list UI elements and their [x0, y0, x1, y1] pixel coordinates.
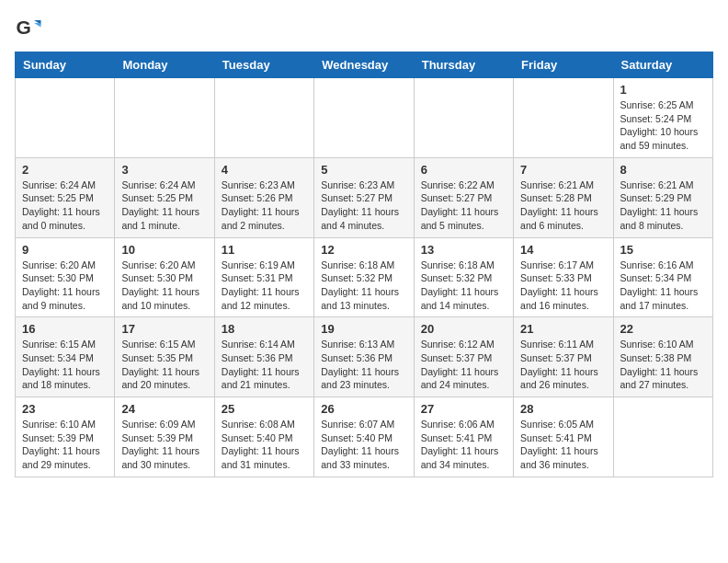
calendar-cell: 8Sunrise: 6:21 AM Sunset: 5:29 PM Daylig…: [613, 157, 712, 237]
day-info: Sunrise: 6:17 AM Sunset: 5:33 PM Dayligh…: [520, 259, 606, 313]
day-number: 11: [222, 243, 307, 257]
day-info: Sunrise: 6:24 AM Sunset: 5:25 PM Dayligh…: [22, 178, 108, 233]
calendar-cell: [514, 78, 613, 158]
day-info: Sunrise: 6:08 AM Sunset: 5:40 PM Dayligh…: [222, 418, 307, 472]
calendar-cell: [613, 397, 712, 477]
calendar-cell: 4Sunrise: 6:23 AM Sunset: 5:26 PM Daylig…: [214, 157, 313, 237]
day-number: 8: [620, 163, 706, 177]
day-number: 7: [520, 163, 606, 177]
day-info: Sunrise: 6:10 AM Sunset: 5:39 PM Dayligh…: [22, 418, 108, 472]
day-number: 9: [22, 243, 108, 257]
day-number: 18: [222, 322, 307, 336]
weekday-header-sunday: Sunday: [16, 52, 115, 78]
day-number: 21: [520, 322, 606, 336]
day-info: Sunrise: 6:25 AM Sunset: 5:24 PM Dayligh…: [620, 98, 706, 153]
weekday-header-tuesday: Tuesday: [214, 52, 313, 78]
calendar-cell: 2Sunrise: 6:24 AM Sunset: 5:25 PM Daylig…: [16, 157, 115, 237]
day-number: 5: [321, 163, 406, 177]
calendar-cell: 20Sunrise: 6:12 AM Sunset: 5:37 PM Dayli…: [414, 317, 513, 397]
day-number: 28: [520, 402, 606, 416]
day-number: 12: [321, 243, 406, 257]
day-number: 27: [421, 402, 506, 416]
day-info: Sunrise: 6:23 AM Sunset: 5:27 PM Dayligh…: [321, 178, 406, 233]
calendar-week-row: 9Sunrise: 6:20 AM Sunset: 5:30 PM Daylig…: [16, 237, 713, 317]
day-info: Sunrise: 6:21 AM Sunset: 5:28 PM Dayligh…: [520, 178, 606, 233]
svg-text:G: G: [17, 17, 31, 38]
calendar-cell: 7Sunrise: 6:21 AM Sunset: 5:28 PM Daylig…: [514, 157, 613, 237]
day-info: Sunrise: 6:15 AM Sunset: 5:35 PM Dayligh…: [121, 338, 207, 392]
day-info: Sunrise: 6:20 AM Sunset: 5:30 PM Dayligh…: [121, 259, 207, 313]
day-number: 3: [121, 163, 207, 177]
calendar-cell: 17Sunrise: 6:15 AM Sunset: 5:35 PM Dayli…: [115, 317, 214, 397]
day-info: Sunrise: 6:05 AM Sunset: 5:41 PM Dayligh…: [520, 418, 606, 472]
calendar-cell: 11Sunrise: 6:19 AM Sunset: 5:31 PM Dayli…: [214, 237, 313, 317]
day-number: 14: [520, 243, 606, 257]
day-info: Sunrise: 6:15 AM Sunset: 5:34 PM Dayligh…: [22, 338, 108, 392]
calendar-week-row: 16Sunrise: 6:15 AM Sunset: 5:34 PM Dayli…: [16, 317, 713, 397]
day-info: Sunrise: 6:12 AM Sunset: 5:37 PM Dayligh…: [421, 338, 506, 392]
calendar-cell: 21Sunrise: 6:11 AM Sunset: 5:37 PM Dayli…: [514, 317, 613, 397]
day-info: Sunrise: 6:13 AM Sunset: 5:36 PM Dayligh…: [321, 338, 406, 392]
day-info: Sunrise: 6:07 AM Sunset: 5:40 PM Dayligh…: [321, 418, 406, 472]
calendar-cell: 27Sunrise: 6:06 AM Sunset: 5:41 PM Dayli…: [414, 397, 513, 477]
calendar-cell: 22Sunrise: 6:10 AM Sunset: 5:38 PM Dayli…: [613, 317, 712, 397]
day-number: 24: [121, 402, 207, 416]
day-number: 10: [121, 243, 207, 257]
day-number: 6: [421, 163, 506, 177]
day-number: 25: [222, 402, 307, 416]
calendar-cell: 10Sunrise: 6:20 AM Sunset: 5:30 PM Dayli…: [115, 237, 214, 317]
calendar-cell: 23Sunrise: 6:10 AM Sunset: 5:39 PM Dayli…: [16, 397, 115, 477]
day-number: 17: [121, 322, 207, 336]
day-number: 4: [222, 163, 307, 177]
calendar-week-row: 1Sunrise: 6:25 AM Sunset: 5:24 PM Daylig…: [16, 78, 713, 158]
calendar-cell: 16Sunrise: 6:15 AM Sunset: 5:34 PM Dayli…: [16, 317, 115, 397]
day-number: 20: [421, 322, 506, 336]
day-info: Sunrise: 6:06 AM Sunset: 5:41 PM Dayligh…: [421, 418, 506, 472]
day-info: Sunrise: 6:24 AM Sunset: 5:25 PM Dayligh…: [121, 178, 207, 233]
day-number: 2: [22, 163, 108, 177]
day-info: Sunrise: 6:19 AM Sunset: 5:31 PM Dayligh…: [222, 259, 307, 313]
day-number: 16: [22, 322, 108, 336]
calendar-cell: 28Sunrise: 6:05 AM Sunset: 5:41 PM Dayli…: [514, 397, 613, 477]
calendar-cell: 6Sunrise: 6:22 AM Sunset: 5:27 PM Daylig…: [414, 157, 513, 237]
calendar-cell: [314, 78, 414, 158]
day-info: Sunrise: 6:14 AM Sunset: 5:36 PM Dayligh…: [222, 338, 307, 392]
day-info: Sunrise: 6:10 AM Sunset: 5:38 PM Dayligh…: [620, 338, 706, 392]
calendar-cell: 24Sunrise: 6:09 AM Sunset: 5:39 PM Dayli…: [115, 397, 214, 477]
calendar-cell: 12Sunrise: 6:18 AM Sunset: 5:32 PM Dayli…: [314, 237, 414, 317]
day-info: Sunrise: 6:18 AM Sunset: 5:32 PM Dayligh…: [321, 259, 406, 313]
calendar-week-row: 23Sunrise: 6:10 AM Sunset: 5:39 PM Dayli…: [16, 397, 713, 477]
calendar-cell: [115, 78, 214, 158]
calendar-header-row: SundayMondayTuesdayWednesdayThursdayFrid…: [16, 52, 713, 78]
day-info: Sunrise: 6:21 AM Sunset: 5:29 PM Dayligh…: [620, 178, 706, 233]
day-number: 19: [321, 322, 406, 336]
day-number: 13: [421, 243, 506, 257]
weekday-header-saturday: Saturday: [613, 52, 712, 78]
day-number: 23: [22, 402, 108, 416]
calendar-cell: 18Sunrise: 6:14 AM Sunset: 5:36 PM Dayli…: [214, 317, 313, 397]
day-info: Sunrise: 6:23 AM Sunset: 5:26 PM Dayligh…: [222, 178, 307, 233]
day-info: Sunrise: 6:09 AM Sunset: 5:39 PM Dayligh…: [121, 418, 207, 472]
weekday-header-thursday: Thursday: [414, 52, 513, 78]
weekday-header-wednesday: Wednesday: [314, 52, 414, 78]
calendar-cell: 14Sunrise: 6:17 AM Sunset: 5:33 PM Dayli…: [514, 237, 613, 317]
calendar-cell: [414, 78, 513, 158]
calendar-table: SundayMondayTuesdayWednesdayThursdayFrid…: [15, 52, 713, 477]
calendar-cell: 3Sunrise: 6:24 AM Sunset: 5:25 PM Daylig…: [115, 157, 214, 237]
day-info: Sunrise: 6:22 AM Sunset: 5:27 PM Dayligh…: [421, 178, 506, 233]
calendar-cell: 13Sunrise: 6:18 AM Sunset: 5:32 PM Dayli…: [414, 237, 513, 317]
day-info: Sunrise: 6:20 AM Sunset: 5:30 PM Dayligh…: [22, 259, 108, 313]
day-number: 26: [321, 402, 406, 416]
weekday-header-friday: Friday: [514, 52, 613, 78]
weekday-header-monday: Monday: [115, 52, 214, 78]
logo-icon: G: [15, 15, 42, 42]
day-number: 1: [620, 83, 706, 97]
day-info: Sunrise: 6:16 AM Sunset: 5:34 PM Dayligh…: [620, 259, 706, 313]
calendar-cell: [214, 78, 313, 158]
svg-marker-3: [34, 23, 41, 28]
calendar-week-row: 2Sunrise: 6:24 AM Sunset: 5:25 PM Daylig…: [16, 157, 713, 237]
logo: G: [15, 15, 46, 42]
calendar-cell: 26Sunrise: 6:07 AM Sunset: 5:40 PM Dayli…: [314, 397, 414, 477]
day-info: Sunrise: 6:18 AM Sunset: 5:32 PM Dayligh…: [421, 259, 506, 313]
calendar-cell: 1Sunrise: 6:25 AM Sunset: 5:24 PM Daylig…: [613, 78, 712, 158]
